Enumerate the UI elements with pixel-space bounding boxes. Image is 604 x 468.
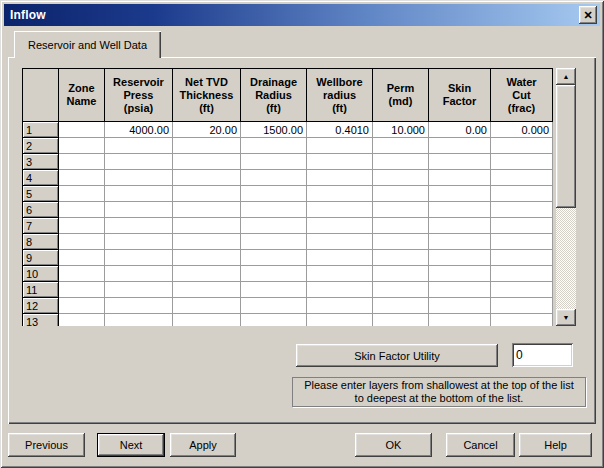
cancel-button[interactable]: Cancel — [446, 433, 515, 457]
grid-cell[interactable] — [307, 282, 373, 298]
grid-cell[interactable] — [373, 154, 429, 170]
row-header[interactable]: 3 — [23, 154, 59, 170]
previous-button[interactable]: Previous — [8, 433, 85, 457]
grid-cell[interactable] — [105, 170, 173, 186]
grid-cell[interactable] — [429, 218, 491, 234]
grid-cell[interactable] — [59, 218, 105, 234]
grid-cell[interactable] — [429, 282, 491, 298]
grid-cell[interactable] — [173, 314, 241, 327]
scrollbar-track[interactable] — [556, 85, 576, 309]
grid-cell[interactable] — [491, 170, 553, 186]
grid-cell[interactable] — [59, 202, 105, 218]
grid-cell[interactable] — [241, 250, 307, 266]
titlebar[interactable]: Inflow — [4, 4, 600, 26]
grid-cell[interactable] — [491, 298, 553, 314]
grid-cell[interactable]: 0.00 — [429, 122, 491, 138]
grid-cell[interactable] — [59, 138, 105, 154]
grid-cell[interactable] — [241, 218, 307, 234]
grid-cell[interactable] — [373, 250, 429, 266]
grid-cell[interactable] — [307, 154, 373, 170]
row-header[interactable]: 5 — [23, 186, 59, 202]
grid-cell[interactable] — [173, 218, 241, 234]
grid-cell[interactable] — [59, 298, 105, 314]
grid-cell[interactable] — [59, 186, 105, 202]
tab-reservoir-and-well-data[interactable]: Reservoir and Well Data — [14, 31, 161, 58]
grid-cell[interactable] — [373, 186, 429, 202]
row-header[interactable]: 8 — [23, 234, 59, 250]
grid-cell[interactable] — [373, 202, 429, 218]
row-header[interactable]: 4 — [23, 170, 59, 186]
grid-cell[interactable] — [429, 250, 491, 266]
grid-cell[interactable] — [173, 170, 241, 186]
grid-cell[interactable] — [105, 282, 173, 298]
grid-cell[interactable] — [307, 202, 373, 218]
grid-cell[interactable] — [307, 234, 373, 250]
grid-cell[interactable] — [373, 234, 429, 250]
grid-cell[interactable] — [59, 234, 105, 250]
skin-factor-input[interactable] — [512, 343, 573, 367]
grid-cell[interactable] — [59, 170, 105, 186]
grid-cell[interactable] — [105, 218, 173, 234]
row-header[interactable]: 9 — [23, 250, 59, 266]
row-header[interactable]: 1 — [23, 122, 59, 138]
grid-cell[interactable] — [429, 154, 491, 170]
row-header[interactable]: 10 — [23, 266, 59, 282]
grid-cell[interactable] — [59, 122, 105, 138]
grid-cell[interactable]: 0.000 — [491, 122, 553, 138]
grid-cell[interactable] — [241, 186, 307, 202]
grid-cell[interactable] — [491, 266, 553, 282]
grid-cell[interactable] — [429, 234, 491, 250]
grid-cell[interactable] — [241, 314, 307, 327]
row-header[interactable]: 7 — [23, 218, 59, 234]
grid-cell[interactable] — [105, 314, 173, 327]
grid-cell[interactable]: 10.000 — [373, 122, 429, 138]
grid-cell[interactable] — [307, 170, 373, 186]
grid-cell[interactable] — [105, 298, 173, 314]
grid-cell[interactable] — [59, 314, 105, 327]
grid-cell[interactable] — [491, 234, 553, 250]
row-header[interactable]: 2 — [23, 138, 59, 154]
grid-cell[interactable] — [241, 298, 307, 314]
row-header[interactable]: 13 — [23, 314, 59, 327]
grid-cell[interactable] — [373, 138, 429, 154]
grid-cell[interactable] — [491, 186, 553, 202]
grid-cell[interactable] — [241, 170, 307, 186]
grid-cell[interactable]: 4000.00 — [105, 122, 173, 138]
grid-cell[interactable] — [173, 250, 241, 266]
grid-cell[interactable] — [241, 138, 307, 154]
apply-button[interactable]: Apply — [170, 433, 236, 457]
grid-cell[interactable] — [59, 266, 105, 282]
grid-cell[interactable] — [241, 266, 307, 282]
grid-cell[interactable] — [173, 186, 241, 202]
scroll-down-button[interactable]: ▼ — [556, 309, 576, 326]
close-button[interactable]: ✕ — [579, 6, 597, 24]
grid-cell[interactable] — [241, 154, 307, 170]
grid-cell[interactable] — [307, 218, 373, 234]
scrollbar-thumb[interactable] — [556, 85, 576, 208]
grid-cell[interactable] — [491, 138, 553, 154]
grid-cell[interactable] — [491, 314, 553, 327]
grid-cell[interactable] — [241, 202, 307, 218]
grid-cell[interactable] — [307, 266, 373, 282]
grid-cell[interactable] — [429, 138, 491, 154]
next-button[interactable]: Next — [97, 433, 165, 457]
grid-cell[interactable] — [59, 282, 105, 298]
grid-cell[interactable] — [429, 266, 491, 282]
grid-cell[interactable] — [173, 154, 241, 170]
grid-cell[interactable] — [105, 202, 173, 218]
grid-cell[interactable] — [373, 170, 429, 186]
grid-cell[interactable] — [241, 282, 307, 298]
grid-cell[interactable] — [105, 234, 173, 250]
grid-cell[interactable]: 20.00 — [173, 122, 241, 138]
grid-cell[interactable] — [373, 266, 429, 282]
grid-cell[interactable] — [59, 250, 105, 266]
grid-cell[interactable] — [307, 186, 373, 202]
grid-cell[interactable] — [491, 282, 553, 298]
grid-cell[interactable] — [105, 154, 173, 170]
grid-cell[interactable] — [429, 202, 491, 218]
grid-cell[interactable] — [373, 282, 429, 298]
grid-cell[interactable] — [307, 250, 373, 266]
grid-cell[interactable] — [173, 266, 241, 282]
grid-cell[interactable]: 0.4010 — [307, 122, 373, 138]
grid-cell[interactable] — [491, 154, 553, 170]
